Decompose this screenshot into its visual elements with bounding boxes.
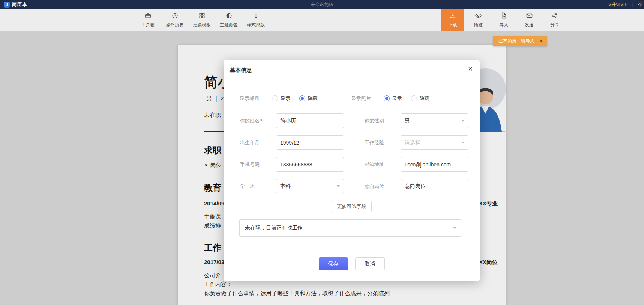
field-label: 工作经验 bbox=[359, 139, 401, 146]
logo-text: 简历本 bbox=[12, 1, 27, 8]
phone-input[interactable]: 13366668888 bbox=[276, 157, 344, 172]
share-icon bbox=[551, 12, 558, 21]
more-fields-button[interactable]: 更多可选字段 bbox=[332, 201, 372, 212]
display-photo-group: 显示照片 显示 隐藏 bbox=[351, 95, 463, 102]
upgrade-vip-link[interactable]: V升级VIP bbox=[608, 2, 627, 8]
modal-close-icon[interactable]: × bbox=[468, 65, 473, 72]
option-label: 显示 bbox=[392, 95, 402, 102]
toolbar-left-group: 工具箱 操作历史 更换模板 主题颜色 样式排版 bbox=[137, 9, 267, 31]
basic-info-form: 你的姓名* 简小历 你的性别 男 出生年月 1999/12 工作经验 请选择 手… bbox=[234, 113, 468, 193]
header-right: V升级VIP ｜ 个 bbox=[608, 2, 642, 8]
toolbar-toolbox-button[interactable]: 工具箱 bbox=[137, 9, 159, 31]
field-birth-date: 出生年月 1999/12 bbox=[234, 135, 344, 150]
target-position-input[interactable]: 意向岗位 bbox=[401, 179, 468, 193]
display-photo-show-option[interactable]: 显示 bbox=[384, 95, 402, 102]
document-title: 未命名简历 bbox=[311, 2, 333, 8]
send-envelope-icon bbox=[526, 12, 533, 21]
birth-date-input[interactable]: 1999/12 bbox=[276, 135, 344, 150]
chevron-down-icon bbox=[337, 185, 340, 187]
field-label: 手机号码 bbox=[234, 161, 276, 168]
basic-info-modal: 基本信息 × 显示标题 显示 隐藏 显示照片 bbox=[224, 60, 480, 281]
name-input[interactable]: 简小历 bbox=[276, 113, 344, 128]
toolbar-label: 更换模板 bbox=[193, 22, 211, 28]
toolbar-label: 操作历史 bbox=[166, 22, 184, 28]
display-photo-hide-option[interactable]: 隐藏 bbox=[411, 95, 429, 102]
option-label: 隐藏 bbox=[420, 95, 429, 102]
toolbox-icon bbox=[144, 12, 152, 21]
toolbar-label: 下载 bbox=[448, 22, 457, 28]
toolbar-download-button[interactable]: 下载 bbox=[441, 9, 464, 31]
toolbar: 工具箱 操作历史 更换模板 主题颜色 样式排版 下载 bbox=[0, 9, 644, 31]
toolbar-send-button[interactable]: 发送 bbox=[518, 9, 540, 31]
workspace: 简小 男 ｜ 20 未在职 求职 ➢ 岗位 教育 2014/09 XX专业 主修… bbox=[0, 31, 644, 305]
theme-color-icon bbox=[225, 12, 233, 21]
modal-buttons: 保存 取消 bbox=[224, 257, 480, 270]
radio-unselected-icon[interactable] bbox=[411, 95, 417, 101]
toolbar-label: 发送 bbox=[525, 22, 534, 28]
toolbar-label: 工具箱 bbox=[141, 22, 155, 28]
work-experience-select[interactable]: 请选择 bbox=[401, 135, 468, 150]
job-status-select[interactable]: 未在职，目前正在找工作 bbox=[239, 219, 462, 237]
display-title-hide-option[interactable]: 隐藏 bbox=[299, 95, 318, 102]
field-label: 你的姓名* bbox=[234, 118, 276, 124]
download-icon bbox=[449, 12, 456, 21]
chevron-down-icon bbox=[461, 120, 464, 122]
toolbar-history-button[interactable]: 操作历史 bbox=[164, 9, 186, 31]
modal-title: 基本信息 bbox=[224, 60, 480, 74]
import-tooltip: 已有简历一键导入 × bbox=[493, 36, 547, 46]
screen: J 简历本 未命名简历 V升级VIP ｜ 个 工具箱 操作历史 更换模板 bbox=[0, 0, 644, 305]
app-header: J 简历本 未命名简历 V升级VIP ｜ 个 bbox=[0, 0, 644, 9]
field-label: 出生年月 bbox=[234, 139, 276, 146]
field-education-level: 学 历 本科 bbox=[234, 179, 344, 193]
display-title-label: 显示标题 bbox=[240, 95, 259, 102]
preview-eye-icon bbox=[475, 12, 482, 21]
field-label: 学 历 bbox=[234, 183, 276, 190]
chevron-down-icon bbox=[461, 142, 464, 143]
toolbar-label: 主题颜色 bbox=[220, 22, 238, 28]
toolbar-import-button[interactable]: 导入 bbox=[492, 9, 515, 31]
cancel-button[interactable]: 取消 bbox=[355, 257, 385, 270]
toolbar-label: 导入 bbox=[499, 22, 508, 28]
save-button[interactable]: 保存 bbox=[319, 257, 348, 270]
radio-selected-icon[interactable] bbox=[384, 95, 390, 101]
field-email: 邮箱地址 user@jianliben.com bbox=[359, 157, 468, 172]
field-label: 你的性别 bbox=[359, 118, 401, 124]
logo-icon: J bbox=[4, 2, 10, 8]
header-separator: ｜ bbox=[630, 2, 635, 8]
toolbar-label: 样式排版 bbox=[247, 22, 265, 28]
option-label: 显示 bbox=[281, 95, 290, 102]
import-tooltip-text: 已有简历一键导入 bbox=[498, 38, 534, 44]
history-icon bbox=[171, 12, 179, 21]
display-photo-label: 显示照片 bbox=[351, 95, 371, 102]
app-logo[interactable]: J 简历本 bbox=[4, 1, 27, 8]
field-name: 你的姓名* 简小历 bbox=[234, 113, 344, 128]
required-mark: * bbox=[260, 118, 262, 124]
toolbar-label: 预览 bbox=[474, 22, 483, 28]
gender-select[interactable]: 男 bbox=[401, 113, 468, 128]
toolbar-label: 分享 bbox=[550, 22, 559, 28]
radio-unselected-icon[interactable] bbox=[272, 95, 278, 101]
typography-icon bbox=[252, 12, 260, 21]
field-label: 意向岗位 bbox=[359, 183, 401, 190]
field-target-position: 意向岗位 意向岗位 bbox=[359, 179, 468, 193]
field-work-experience: 工作经验 请选择 bbox=[359, 135, 468, 150]
toolbar-theme-color-button[interactable]: 主题颜色 bbox=[218, 9, 240, 31]
display-title-group: 显示标题 显示 隐藏 bbox=[240, 95, 351, 102]
toolbar-preview-button[interactable]: 预览 bbox=[467, 9, 489, 31]
account-link[interactable]: 个 bbox=[638, 2, 642, 8]
import-document-icon bbox=[500, 12, 507, 21]
radio-selected-icon[interactable] bbox=[299, 95, 305, 101]
field-gender: 你的性别 男 bbox=[359, 113, 468, 128]
toolbar-template-button[interactable]: 更换模板 bbox=[191, 9, 213, 31]
template-grid-icon bbox=[198, 12, 206, 21]
education-level-select[interactable]: 本科 bbox=[276, 179, 344, 193]
chevron-down-icon bbox=[453, 227, 456, 229]
field-label: 邮箱地址 bbox=[359, 161, 401, 168]
toolbar-typography-button[interactable]: 样式排版 bbox=[245, 9, 267, 31]
email-input[interactable]: user@jianliben.com bbox=[401, 157, 468, 172]
tooltip-close-icon[interactable]: × bbox=[539, 38, 542, 44]
field-phone: 手机号码 13366668888 bbox=[234, 157, 344, 172]
toolbar-right-group: 下载 预览 导入 发送 分享 bbox=[441, 9, 566, 31]
display-title-show-option[interactable]: 显示 bbox=[272, 95, 290, 102]
toolbar-share-button[interactable]: 分享 bbox=[543, 9, 566, 31]
